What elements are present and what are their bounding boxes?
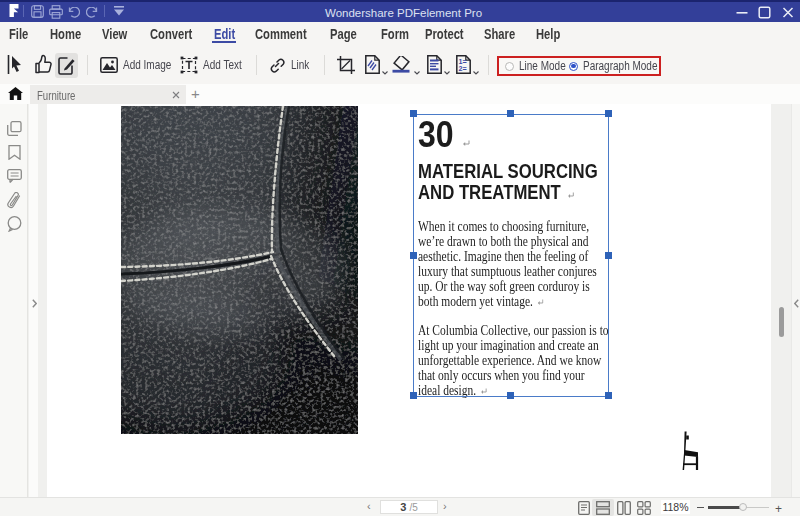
svg-text:2=: 2=: [458, 64, 466, 73]
